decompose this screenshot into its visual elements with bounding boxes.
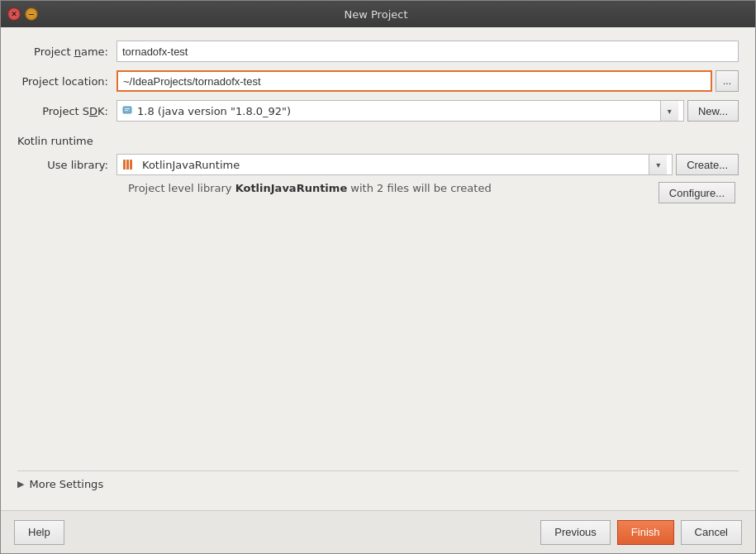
sdk-display: 1.8 (java version "1.8.0_92") ▾	[116, 100, 684, 122]
project-location-label: Project location:	[17, 75, 116, 88]
sdk-dropdown-arrow[interactable]: ▾	[660, 101, 678, 121]
svg-rect-4	[126, 160, 129, 170]
minimize-icon: −	[28, 10, 35, 18]
minimize-button[interactable]: −	[25, 7, 38, 21]
sdk-icon	[122, 105, 134, 117]
info-library-name: KotlinJavaRuntime	[235, 182, 348, 194]
library-display: KotlinJavaRuntime ▾	[116, 154, 673, 175]
info-row: Project level library KotlinJavaRuntime …	[17, 182, 739, 194]
help-button[interactable]: Help	[14, 520, 64, 545]
project-sdk-row: Project SDK: 1.8 (java version "1.8.0_92…	[17, 100, 739, 122]
sdk-display-content: 1.8 (java version "1.8.0_92")	[122, 105, 660, 117]
use-library-row: Use library: KotlinJavaRuntime ▾	[17, 154, 739, 175]
project-name-label: Project name:	[17, 45, 116, 58]
window-title: New Project	[45, 8, 707, 21]
project-location-input[interactable]	[116, 70, 712, 92]
new-sdk-button[interactable]: New...	[687, 100, 739, 122]
title-bar-buttons: ✕ −	[7, 7, 38, 21]
project-name-row: Project name:	[17, 41, 739, 62]
library-display-content: KotlinJavaRuntime	[122, 159, 649, 171]
more-settings-arrow-icon: ▶	[17, 479, 24, 490]
sdk-select-group: 1.8 (java version "1.8.0_92") ▾ New...	[116, 100, 739, 122]
close-icon: ✕	[11, 10, 17, 18]
svg-rect-3	[123, 160, 126, 170]
title-bar: ✕ − New Project	[1, 1, 755, 27]
finish-button[interactable]: Finish	[617, 520, 674, 545]
close-button[interactable]: ✕	[7, 7, 21, 21]
footer: Help Previous Finish Cancel	[1, 510, 755, 553]
library-dropdown-arrow[interactable]: ▾	[649, 155, 667, 174]
new-project-window: ✕ − New Project Project name: Project lo…	[0, 0, 756, 554]
content-spacer	[17, 207, 739, 470]
more-settings-label: More Settings	[29, 478, 103, 490]
project-name-input[interactable]	[116, 41, 739, 62]
project-location-group: ...	[116, 70, 739, 92]
use-library-label: Use library:	[29, 159, 116, 171]
info-text-prefix: Project level library	[128, 182, 235, 194]
svg-rect-1	[125, 108, 130, 109]
kotlin-runtime-section: Kotlin runtime Use library: KotlinJava	[17, 135, 739, 203]
create-button[interactable]: Create...	[676, 154, 739, 175]
form-content: Project name: Project location: ... Proj…	[1, 27, 755, 510]
svg-rect-2	[125, 110, 128, 111]
configure-button[interactable]: Configure...	[659, 182, 735, 203]
footer-left: Help	[14, 520, 540, 545]
sdk-value-text: 1.8 (java version "1.8.0_92")	[137, 105, 291, 117]
info-text-suffix: with 2 files will be created	[347, 182, 491, 194]
project-location-row: Project location: ...	[17, 70, 739, 92]
previous-button[interactable]: Previous	[540, 520, 611, 545]
browse-button[interactable]: ...	[716, 70, 739, 92]
svg-rect-5	[130, 160, 132, 170]
kotlin-runtime-title: Kotlin runtime	[17, 135, 739, 147]
cancel-button[interactable]: Cancel	[681, 520, 742, 545]
more-settings-row[interactable]: ▶ More Settings	[17, 470, 739, 497]
project-sdk-label: Project SDK:	[17, 105, 116, 117]
library-name-text: KotlinJavaRuntime	[142, 159, 240, 171]
footer-right: Previous Finish Cancel	[540, 520, 742, 545]
library-icon	[122, 159, 136, 170]
